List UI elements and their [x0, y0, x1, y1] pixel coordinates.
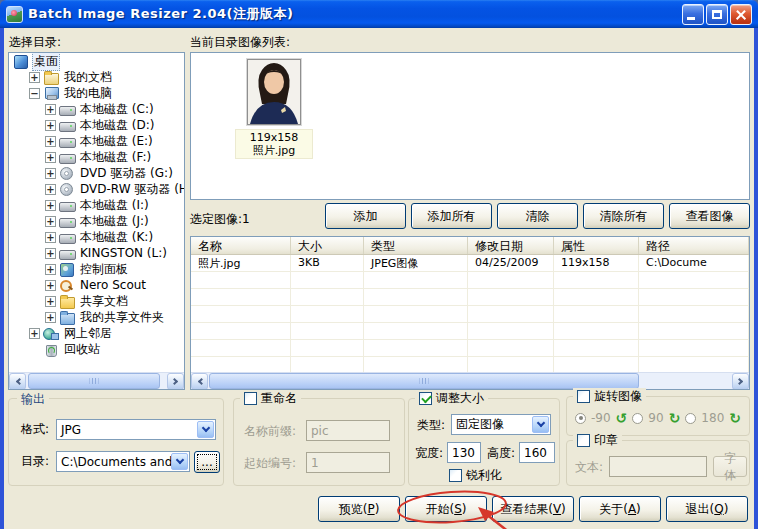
thumbnail-item[interactable]: 119x158 照片.jpg [235, 59, 313, 159]
table-horizontal-scrollbar[interactable] [191, 372, 749, 389]
dialog-button[interactable]: 查看结果(V) [492, 496, 574, 522]
dropdown-button[interactable] [197, 421, 214, 438]
rotate-checkbox[interactable] [577, 390, 590, 403]
prefix-input[interactable]: pic [306, 420, 390, 441]
expand-toggle-icon[interactable]: − [29, 88, 40, 99]
expand-toggle-icon[interactable]: + [45, 296, 56, 307]
scroll-left-button[interactable] [9, 373, 26, 390]
tree-item[interactable]: +Nero Scout [9, 277, 184, 293]
dialog-button[interactable]: 退出(Q) [666, 496, 748, 522]
action-button[interactable]: 查看图像 [669, 203, 750, 229]
tree-item[interactable]: +本地磁盘 (J:) [9, 213, 184, 229]
action-button[interactable]: 添加 [325, 203, 406, 229]
action-button[interactable]: 清除所有 [583, 203, 664, 229]
tree-item[interactable]: 回收站 [9, 341, 184, 357]
expand-toggle-icon[interactable]: + [45, 152, 56, 163]
rotate-radio-90[interactable] [632, 413, 643, 424]
tree-item[interactable]: +我的文档 [9, 69, 184, 85]
tree-item-label: 控制面板 [78, 261, 130, 278]
column-header[interactable]: 路径 [639, 237, 749, 254]
column-header[interactable]: 大小 [291, 237, 364, 254]
rotate-options: -90↺90↻180↻ [575, 411, 741, 425]
client-area: 选择目录: 桌面+我的文档−我的电脑+本地磁盘 (C:)+本地磁盘 (D:)+本… [4, 28, 754, 529]
dropdown-button[interactable] [171, 453, 188, 470]
tree-item-label: 我的电脑 [62, 85, 114, 102]
tree-item[interactable]: +网上邻居 [9, 325, 184, 341]
expand-toggle-icon[interactable]: + [45, 264, 56, 275]
tree-item[interactable]: +本地磁盘 (F:) [9, 149, 184, 165]
tree-item[interactable]: +控制面板 [9, 261, 184, 277]
stamp-text-input[interactable] [609, 456, 707, 477]
scroll-right-button[interactable] [732, 373, 749, 390]
tree-item[interactable]: 桌面 [9, 53, 184, 69]
action-button[interactable]: 清除 [497, 203, 578, 229]
tree-horizontal-scrollbar[interactable] [9, 372, 184, 389]
dialog-button[interactable]: 关于(A) [579, 496, 661, 522]
column-header[interactable]: 修改日期 [468, 237, 554, 254]
resize-type-combobox[interactable]: 固定图像 [451, 414, 551, 435]
rename-checkbox[interactable] [244, 392, 257, 405]
tree-item[interactable]: +DVD 驱动器 (G:) [9, 165, 184, 181]
expand-toggle-icon[interactable]: + [29, 72, 40, 83]
tree-item[interactable]: +共享文档 [9, 293, 184, 309]
local-disk-icon [59, 151, 75, 164]
output-group: 输出 格式: JPG 目录: C:\Documents and S ... [8, 398, 224, 486]
nero-scout-icon [59, 279, 75, 292]
dialog-button[interactable]: 预览(P) [318, 496, 400, 522]
column-header[interactable]: 名称 [191, 237, 291, 254]
column-header[interactable]: 类型 [364, 237, 468, 254]
rotate-radio-180[interactable] [685, 413, 696, 424]
local-disk-icon [59, 215, 75, 228]
tree-item-label: DVD 驱动器 (G:) [78, 165, 175, 182]
expand-toggle-icon[interactable]: + [45, 168, 56, 179]
height-input[interactable]: 160 [519, 442, 555, 463]
resize-checkbox[interactable] [419, 392, 432, 405]
expand-toggle-icon[interactable]: + [45, 232, 56, 243]
column-header[interactable]: 属性 [554, 237, 639, 254]
tree-item[interactable]: +本地磁盘 (D:) [9, 117, 184, 133]
close-button[interactable] [730, 4, 752, 25]
expand-toggle-icon[interactable]: + [45, 248, 56, 259]
expand-toggle-icon[interactable]: + [45, 200, 56, 211]
tree-item[interactable]: +DVD-RW 驱动器 (H:) [9, 181, 184, 197]
local-disk-icon [59, 103, 75, 116]
expand-toggle-icon[interactable]: + [45, 184, 56, 195]
expand-toggle-icon[interactable]: + [45, 120, 56, 131]
directory-combobox[interactable]: C:\Documents and S [56, 451, 190, 472]
width-input[interactable]: 130 [447, 442, 481, 463]
expand-toggle-icon[interactable]: + [45, 312, 56, 323]
tree-item[interactable]: +KINGSTON (L:) [9, 245, 184, 261]
dropdown-button[interactable] [532, 416, 549, 433]
rotate-radio--90[interactable] [575, 413, 586, 424]
start-button[interactable]: 开始(S) [405, 496, 487, 522]
scroll-right-button[interactable] [167, 373, 184, 390]
expand-toggle-icon[interactable]: + [45, 104, 56, 115]
tree-item[interactable]: −我的电脑 [9, 85, 184, 101]
table-row[interactable]: 照片.jpg3KBJPEG图像04/25/2009119x158C:\Docum… [191, 255, 749, 272]
expand-toggle-icon[interactable]: + [45, 280, 56, 291]
tree-item[interactable]: +本地磁盘 (C:) [9, 101, 184, 117]
expand-toggle-icon[interactable]: + [45, 136, 56, 147]
action-button[interactable]: 添加所有 [411, 203, 492, 229]
chevron-down-icon [201, 424, 209, 432]
tree-item-label: 本地磁盘 (D:) [78, 117, 156, 134]
maximize-button[interactable] [706, 4, 728, 25]
scroll-left-button[interactable] [191, 373, 208, 390]
browse-button[interactable]: ... [194, 451, 220, 473]
chevron-down-icon [175, 456, 183, 464]
start-number-input[interactable]: 1 [306, 452, 390, 473]
my-documents-icon [43, 71, 59, 84]
scrollbar-thumb[interactable] [209, 373, 639, 389]
scrollbar-thumb[interactable] [28, 373, 160, 389]
stamp-checkbox[interactable] [577, 434, 590, 447]
tree-item[interactable]: +本地磁盘 (I:) [9, 197, 184, 213]
tree-item[interactable]: +本地磁盘 (K:) [9, 229, 184, 245]
tree-item[interactable]: +我的共享文件夹 [9, 309, 184, 325]
font-button[interactable]: 字体 [713, 456, 747, 477]
expand-toggle-icon[interactable]: + [45, 216, 56, 227]
tree-item[interactable]: +本地磁盘 (E:) [9, 133, 184, 149]
minimize-button[interactable] [682, 4, 704, 25]
expand-toggle-icon[interactable]: + [29, 328, 40, 339]
format-combobox[interactable]: JPG [56, 419, 216, 440]
sharpen-checkbox[interactable] [449, 469, 462, 482]
